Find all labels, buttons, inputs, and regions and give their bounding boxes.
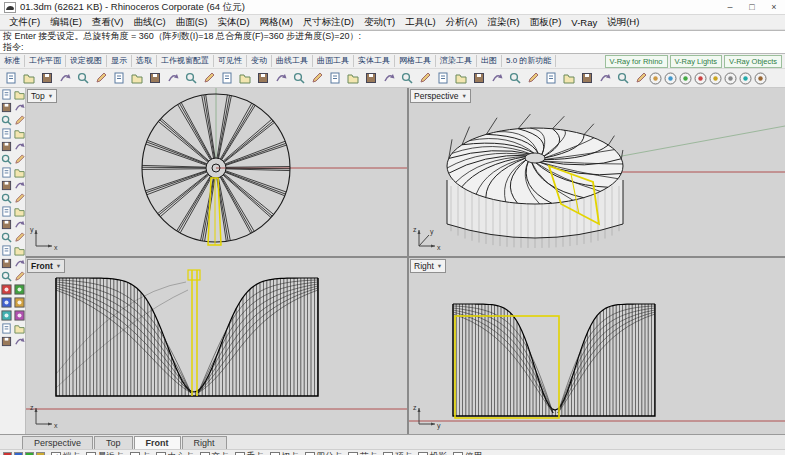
object-properties-icon[interactable] (632, 70, 649, 87)
print-icon[interactable] (56, 70, 73, 87)
osnap-checkbox-7[interactable] (305, 452, 315, 455)
split-icon[interactable] (0, 140, 13, 153)
pan-view-icon[interactable] (164, 70, 181, 87)
rectangle-icon[interactable] (524, 70, 541, 87)
menu-item-3[interactable]: 曲线(C) (128, 16, 170, 29)
viewport-right[interactable]: Right ▼ yz (409, 258, 785, 434)
loft-icon[interactable] (13, 257, 26, 270)
toolbar-tab-8[interactable]: 曲线工具 (272, 55, 313, 67)
toolbar-tab-3[interactable]: 显示 (107, 55, 132, 67)
select-icon[interactable] (0, 88, 13, 101)
viewport-tab-right[interactable]: Right (182, 436, 227, 449)
boolean-difference-icon[interactable] (13, 283, 26, 296)
maximize-button[interactable]: □ (741, 0, 763, 14)
menu-item-10[interactable]: 分析(A) (441, 16, 483, 29)
surface-icon[interactable] (542, 70, 559, 87)
explode-icon[interactable] (0, 153, 13, 166)
toolbar-tab-9[interactable]: 曲面工具 (313, 55, 354, 67)
osnap-8[interactable]: 节点 (348, 451, 377, 455)
rectangle-icon[interactable] (13, 205, 26, 218)
osnap-4[interactable]: 交点 (200, 451, 229, 455)
boolean-union-icon[interactable] (596, 70, 613, 87)
viewport-label-front[interactable]: Front ▼ (27, 259, 65, 273)
menu-item-9[interactable]: 工具(L) (400, 16, 441, 29)
osnap-checkbox-0[interactable]: ✓ (51, 452, 61, 455)
trim-icon[interactable] (344, 70, 361, 87)
join-icon[interactable] (380, 70, 397, 87)
menu-item-7[interactable]: 尺寸标注(D) (298, 16, 359, 29)
osnap-checkbox-2[interactable] (130, 452, 140, 455)
trim-icon[interactable] (13, 127, 26, 140)
toolbar-tab-11[interactable]: 网格工具 (395, 55, 436, 67)
point-icon[interactable] (13, 218, 26, 231)
toolbar-tab-2[interactable]: 设定视图 (66, 55, 107, 67)
move-icon[interactable] (254, 70, 271, 87)
sweep2-icon[interactable] (0, 257, 13, 270)
menu-item-14[interactable]: 说明(H) (602, 16, 644, 29)
toolbar-tab-13[interactable]: 出图 (477, 55, 502, 67)
undo-icon[interactable] (128, 70, 145, 87)
zoom-window-icon[interactable] (200, 70, 217, 87)
blend-surface-icon[interactable] (0, 322, 13, 335)
boolean-intersection-icon[interactable] (0, 296, 13, 309)
viewport-canvas-perspective[interactable] (409, 88, 785, 256)
osnap-3[interactable]: 中心点 (156, 451, 194, 455)
select-window-icon[interactable] (13, 88, 26, 101)
osnap-7[interactable]: 四分点 (305, 451, 343, 455)
move-icon[interactable] (0, 101, 13, 114)
osnap-0[interactable]: ✓端点 (51, 451, 80, 455)
join-icon[interactable] (13, 140, 26, 153)
toolbar-tab-5[interactable]: 工作视窗配置 (157, 55, 214, 67)
curve-icon[interactable] (13, 179, 26, 192)
polygon-icon[interactable] (0, 218, 13, 231)
vray-rect-light-icon[interactable] (709, 72, 722, 85)
copy-icon[interactable] (92, 70, 109, 87)
offset-icon[interactable] (0, 179, 13, 192)
pipe-icon[interactable] (13, 296, 26, 309)
toolbar-tab-0[interactable]: 标准 (0, 55, 25, 67)
osnap-checkbox-11[interactable] (453, 452, 463, 455)
menu-item-11[interactable]: 渲染(R) (482, 16, 524, 29)
osnap-checkbox-4[interactable] (200, 452, 210, 455)
viewport-tab-front[interactable]: Front (134, 436, 181, 449)
toolbar-tab-12[interactable]: 渲染工具 (436, 55, 477, 67)
save-icon[interactable] (38, 70, 55, 87)
viewport-label-perspective[interactable]: Perspective ▼ (410, 89, 471, 103)
vray-sphere-light-icon[interactable] (724, 72, 737, 85)
vray-options-icon[interactable] (664, 72, 677, 85)
offset-icon[interactable] (434, 70, 451, 87)
viewport-front[interactable]: Front ▼ xz (26, 258, 407, 434)
command-prompt-line[interactable]: 指令: (0, 42, 785, 53)
split-icon[interactable] (362, 70, 379, 87)
toolbar-tab-4[interactable]: 选取 (132, 55, 157, 67)
toolbar-tab-14[interactable]: 5.0 的新功能 (502, 55, 556, 67)
paste-icon[interactable] (110, 70, 127, 87)
menu-item-5[interactable]: 实体(D) (212, 16, 254, 29)
close-button[interactable]: × (763, 0, 785, 14)
osnap-checkbox-6[interactable] (270, 452, 280, 455)
revolve-icon[interactable] (0, 244, 13, 257)
hatch-icon[interactable] (13, 335, 26, 348)
loft-icon[interactable] (578, 70, 595, 87)
osnap-10[interactable]: 投影 (418, 451, 447, 455)
curve-icon[interactable] (470, 70, 487, 87)
copy-icon[interactable] (13, 101, 26, 114)
osnap-checkbox-5[interactable] (235, 452, 245, 455)
explode-icon[interactable] (398, 70, 415, 87)
menu-item-4[interactable]: 曲面(S) (171, 16, 213, 29)
viewport-canvas-right[interactable] (409, 258, 785, 434)
menu-item-8[interactable]: 变动(T) (359, 16, 400, 29)
osnap-checkbox-9[interactable] (383, 452, 393, 455)
fillet-icon[interactable] (0, 166, 13, 179)
circle-icon[interactable] (488, 70, 505, 87)
mirror-icon[interactable] (326, 70, 343, 87)
redo-icon[interactable] (146, 70, 163, 87)
fillet-icon[interactable] (416, 70, 433, 87)
zoom-extents-icon[interactable] (218, 70, 235, 87)
copy-object-icon[interactable] (272, 70, 289, 87)
chamfer-icon[interactable] (13, 166, 26, 179)
toolbar-tab-7[interactable]: 变动 (247, 55, 272, 67)
osnap-9[interactable]: 顶点 (383, 451, 412, 455)
vray-render-icon[interactable] (649, 72, 662, 85)
arc-icon[interactable] (506, 70, 523, 87)
